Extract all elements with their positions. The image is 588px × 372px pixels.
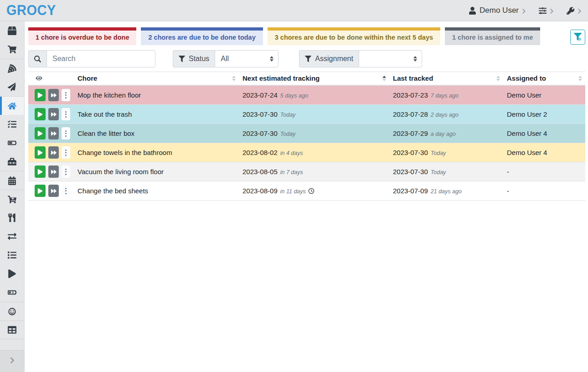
column-visibility-toggle[interactable] [28,72,74,86]
top-navbar: GROCY Demo User [0,0,588,21]
last-tracked-cell: 2023-07-30Today [389,143,503,162]
next-tracking-cell: 2023-08-09in 11 days [239,181,389,201]
sidebar-item-purchase[interactable] [0,190,24,208]
last-tracked-cell: 2023-07-282 days ago [389,105,503,124]
assigned-to-cell: Demo User 4 [503,143,585,162]
sidebar-item-transfer[interactable] [0,227,24,246]
status-banners: 1 chore is overdue to be done 2 chores a… [28,27,585,45]
assignment-filter-select[interactable] [359,50,422,67]
row-context-menu-button[interactable] [62,146,70,159]
sidebar-item-meal-plan[interactable] [0,78,24,96]
search-icon [28,50,46,67]
chevron-right-icon [10,357,15,366]
skip-chore-button[interactable] [48,89,59,101]
track-chore-execution-button[interactable] [35,185,46,197]
banner-overdue: 1 chore is overdue to be done [28,27,136,45]
select-arrows-icon [413,56,417,62]
skip-chore-button[interactable] [48,146,59,159]
box-icon [8,26,16,35]
sort-asc-icon [382,76,386,81]
play-icon [37,131,43,136]
user-icon [469,7,476,15]
track-chore-execution-button[interactable] [35,89,46,101]
row-context-menu-button[interactable] [62,127,70,140]
row-context-menu-button[interactable] [62,165,70,178]
sidebar-item-shopping-list[interactable] [0,40,24,59]
skip-chore-button[interactable] [48,127,59,140]
fast-forward-icon [51,131,57,136]
search-group [28,50,155,67]
next-tracking-cell: 2023-08-02in 4 days [239,143,389,162]
utensils-icon [8,213,16,222]
track-chore-execution-button[interactable] [35,108,46,120]
sidebar-item-calendar[interactable] [0,171,24,190]
cart-plus-icon [8,195,16,204]
play-icon [37,112,43,117]
eye-icon [32,75,70,81]
sidebar-item-recipes[interactable] [0,59,24,78]
assigned-to-cell: - [503,181,585,201]
calendar-icon [8,176,16,185]
track-chore-execution-button[interactable] [35,146,46,159]
sidebar-item-userentities[interactable] [0,320,24,339]
column-header-next-tracking[interactable]: Next estimated tracking [239,72,389,86]
list-icon [8,251,16,259]
filter-icon [305,56,311,62]
cart-icon [8,45,16,54]
fast-forward-icon [51,93,57,98]
clock-icon [308,188,315,194]
sidebar-item-tasks[interactable] [0,115,24,134]
sidebar-item-battery-tracking[interactable] [0,283,24,302]
assignment-filter-group: Assignment [299,50,422,67]
row-context-menu-button[interactable] [62,108,70,120]
admin-settings-menu[interactable] [567,7,582,15]
play-icon [37,188,43,194]
filter-icon [179,56,185,62]
track-chore-execution-button[interactable] [35,127,46,140]
search-input[interactable] [46,50,155,67]
row-context-menu-button[interactable] [62,89,70,101]
skip-chore-button[interactable] [48,165,59,178]
chores-table: Chore Next estimated tracking Last track… [28,72,585,201]
row-context-menu-button[interactable] [62,185,70,197]
user-label: Demo User [480,6,519,15]
sidebar-item-chores-overview[interactable] [0,96,24,115]
battery-icon [8,139,16,147]
track-chore-execution-button[interactable] [35,165,46,178]
sidebar-item-stock-overview[interactable] [0,21,24,40]
assigned-to-cell: Demo User [503,85,585,105]
table-icon [8,326,16,334]
sidebar-item-consume[interactable] [0,208,24,227]
column-header-chore[interactable]: Chore [74,72,239,86]
filter-clear-icon [574,33,582,42]
fast-forward-icon [51,169,57,175]
sidebar-item-batteries-overview[interactable] [0,134,24,152]
assigned-to-cell: Demo User 4 [503,124,585,143]
column-header-last-tracked[interactable]: Last tracked [389,72,503,86]
clear-filters-button[interactable] [570,30,585,45]
banner-due-today: 2 chores are due to be done today [141,27,263,45]
column-header-assigned-to[interactable]: Assigned to [503,72,585,86]
next-tracking-cell: 2023-07-245 days ago [239,85,389,105]
chore-name-cell: Change the bed sheets [74,181,239,201]
smiley-icon [8,307,16,316]
sidebar-item-chore-tracking[interactable] [0,264,24,283]
sidebar-item-inventory[interactable] [0,246,24,264]
chore-row: Change towels in the bathroom2023-08-02i… [28,143,585,162]
status-filter-select[interactable]: All [215,50,279,67]
chore-row: Mop the kitchen floor2023-07-245 days ag… [28,85,585,105]
sidebar-collapse-toggle[interactable] [0,350,24,372]
sort-icon [232,76,236,81]
quick-settings-menu[interactable] [539,7,554,15]
user-menu[interactable]: Demo User [469,6,526,15]
chore-row: Vacuum the living room floor2023-08-05in… [28,162,585,181]
fast-forward-icon [51,112,57,117]
sidebar-item-user-settings[interactable] [0,302,24,320]
chore-name-cell: Clean the litter box [74,124,239,143]
sidebar-item-equipment[interactable] [0,152,24,171]
chore-name-cell: Mop the kitchen floor [74,85,239,105]
last-tracked-cell: 2023-07-30Today [389,162,503,181]
filter-bar: Status All Assignment [28,50,585,67]
skip-chore-button[interactable] [48,185,59,197]
skip-chore-button[interactable] [48,108,59,120]
